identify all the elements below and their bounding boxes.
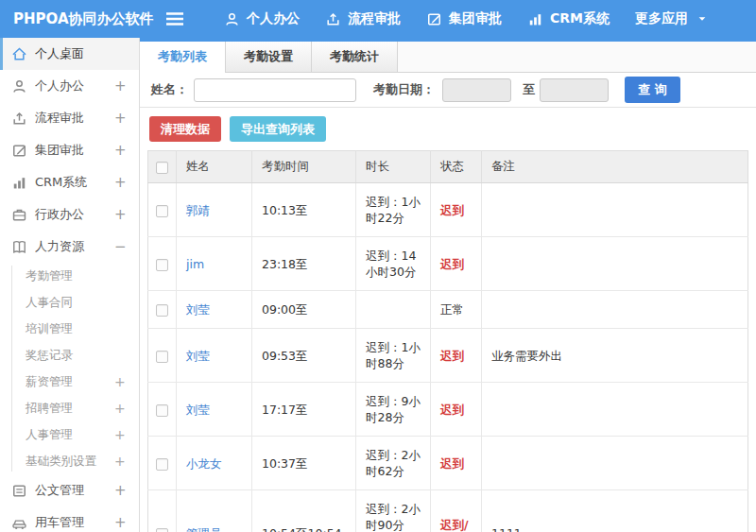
table-row: jim23:18至迟到：14小时30分迟到 <box>148 237 748 291</box>
expand-toggle-icon[interactable]: + <box>114 514 139 531</box>
top-nav: 个人办公流程审批集团审批CRM系统更多应用 <box>224 10 708 27</box>
select-all-checkbox[interactable] <box>156 162 168 174</box>
sidebar-item-admin-office[interactable]: 行政办公+ <box>0 198 139 231</box>
caret-icon <box>696 13 708 25</box>
sidebar-item-label: 人力资源 <box>35 238 114 255</box>
date-from-input[interactable] <box>442 78 511 102</box>
tab-attendance-stats[interactable]: 考勤统计 <box>312 42 398 72</box>
expand-toggle-icon[interactable]: + <box>114 401 139 416</box>
nav-item-more-apps[interactable]: 更多应用 <box>635 10 708 27</box>
sidebar-subitem-label: 培训管理 <box>26 321 114 337</box>
status-cell: 迟到/早退 <box>431 490 482 532</box>
sidebar-item-group-approval[interactable]: 集团审批+ <box>0 134 139 166</box>
sidebar-subitem-personnel-mgmt[interactable]: 人事管理+ <box>0 421 139 448</box>
row-checkbox[interactable] <box>156 458 168 471</box>
expand-toggle-icon[interactable]: + <box>114 77 139 94</box>
date-to-label: 至 <box>523 81 535 98</box>
nav-item-group-approval[interactable]: 集团审批 <box>426 10 502 27</box>
expand-toggle-icon[interactable]: + <box>114 206 139 223</box>
attendance-table: 姓名考勤时间时长状态备注 郭靖10:13至迟到：1小时22分迟到jim23:18… <box>147 150 748 532</box>
duration-cell: 迟到：1小时88分 <box>356 329 431 383</box>
sidebar-subitem-base-category-setting[interactable]: 基础类别设置+ <box>0 448 139 474</box>
attendance-table-wrap: 姓名考勤时间时长状态备注 郭靖10:13至迟到：1小时22分迟到jim23:18… <box>147 150 748 532</box>
sidebar-item-hr[interactable]: 人力资源− <box>0 231 139 263</box>
sidebar-item-document-mgmt[interactable]: 公文管理+ <box>0 474 139 506</box>
row-checkbox[interactable] <box>156 351 168 363</box>
sidebar-item-personal-desktop[interactable]: 个人桌面 <box>0 38 139 70</box>
nav-item-crm-system[interactable]: CRM系统 <box>527 10 610 27</box>
row-checkbox[interactable] <box>156 205 168 217</box>
employee-name-link[interactable]: jim <box>186 257 204 271</box>
sidebar-item-label: 个人办公 <box>35 77 114 94</box>
menu-toggle-icon[interactable] <box>165 11 186 26</box>
time-cell: 09:00至 <box>252 291 356 329</box>
name-filter-input[interactable] <box>194 78 356 102</box>
duration-cell: 迟到：2小时62分 <box>356 437 431 490</box>
row-checkbox[interactable] <box>156 528 168 532</box>
note-cell: 业务需要外出 <box>482 329 748 383</box>
sidebar-item-vehicle-mgmt[interactable]: 用车管理+ <box>0 506 139 532</box>
table-header-row: 姓名考勤时间时长状态备注 <box>148 151 748 183</box>
employee-name-link[interactable]: 刘莹 <box>186 349 210 363</box>
filter-row: 姓名： 考勤日期： 至 查 询 <box>140 73 756 108</box>
date-to-input[interactable] <box>540 78 609 102</box>
row-checkbox-cell <box>148 437 177 490</box>
sidebar-item-label: CRM系统 <box>35 174 114 191</box>
name-cell: 刘莹 <box>177 383 252 437</box>
duration-line: 迟到：9小时28分 <box>366 393 421 425</box>
row-checkbox[interactable] <box>156 304 168 317</box>
sidebar-subitem-salary-mgmt[interactable]: 薪资管理+ <box>0 369 139 395</box>
search-button[interactable]: 查 询 <box>625 77 680 103</box>
sidebar-item-crm-system[interactable]: CRM系统+ <box>0 166 139 198</box>
sidebar-item-label: 行政办公 <box>35 206 114 223</box>
nav-item-personal-office[interactable]: 个人办公 <box>224 10 300 27</box>
employee-name-link[interactable]: 刘莹 <box>186 302 210 317</box>
sidebar-submenu-hr: 考勤管理人事合同培训管理奖惩记录薪资管理+招聘管理+人事管理+基础类别设置+ <box>0 263 139 474</box>
employee-name-link[interactable]: 小龙女 <box>186 456 222 471</box>
expand-toggle-icon[interactable]: + <box>114 427 139 442</box>
status-badge: 迟到 <box>440 349 464 363</box>
duration-line: 迟到：14小时30分 <box>366 248 421 280</box>
sidebar-subitem-attendance-mgmt[interactable]: 考勤管理 <box>0 263 139 289</box>
expand-toggle-icon[interactable]: + <box>114 110 139 127</box>
user-icon <box>224 11 240 27</box>
export-list-button[interactable]: 导出查询列表 <box>230 116 326 142</box>
expand-toggle-icon[interactable]: − <box>114 238 139 255</box>
expand-toggle-icon[interactable]: + <box>114 454 139 469</box>
sidebar-subitem-training-mgmt[interactable]: 培训管理 <box>0 316 139 342</box>
row-checkbox[interactable] <box>156 404 168 417</box>
status-badge: 迟到 <box>440 203 464 217</box>
book-icon <box>11 239 27 255</box>
column-header: 姓名 <box>177 151 252 183</box>
employee-name-link[interactable]: 刘莹 <box>186 403 210 417</box>
clean-data-button[interactable]: 清理数据 <box>149 116 221 142</box>
expand-toggle-icon[interactable]: + <box>114 174 139 191</box>
table-row: 刘莹09:00至正常 <box>148 291 748 329</box>
row-checkbox-cell <box>148 291 177 329</box>
tab-attendance-settings[interactable]: 考勤设置 <box>226 42 312 72</box>
tab-attendance-list[interactable]: 考勤列表 <box>140 42 226 72</box>
row-checkbox-cell <box>148 183 177 237</box>
sidebar-subitem-hr-contract[interactable]: 人事合同 <box>0 289 139 316</box>
sidebar-subitem-label: 薪资管理 <box>26 374 114 390</box>
expand-toggle-icon[interactable]: + <box>114 374 139 389</box>
name-cell: 郭靖 <box>177 183 252 237</box>
sidebar-item-label: 用车管理 <box>35 514 114 531</box>
time-cell: 10:37至 <box>252 437 356 490</box>
employee-name-link[interactable]: 郭靖 <box>186 203 210 217</box>
table-row: 郭靖10:13至迟到：1小时22分迟到 <box>148 183 748 237</box>
name-cell: 管理员 <box>177 490 252 532</box>
expand-toggle-icon[interactable]: + <box>114 142 139 159</box>
nav-item-label: 个人办公 <box>247 10 300 27</box>
sidebar-item-workflow-approval[interactable]: 流程审批+ <box>0 102 139 134</box>
flow-icon <box>11 111 27 127</box>
name-filter-label: 姓名： <box>151 81 188 98</box>
row-checkbox[interactable] <box>156 259 168 271</box>
sidebar-subitem-recruit-mgmt[interactable]: 招聘管理+ <box>0 395 139 421</box>
sidebar-subitem-reward-punishment[interactable]: 奖惩记录 <box>0 342 139 369</box>
sidebar-item-personal-office[interactable]: 个人办公+ <box>0 70 139 102</box>
nav-item-workflow-approval[interactable]: 流程审批 <box>325 10 401 27</box>
employee-name-link[interactable]: 管理员 <box>186 526 222 532</box>
expand-toggle-icon[interactable]: + <box>114 482 139 499</box>
column-header: 时长 <box>356 151 431 183</box>
